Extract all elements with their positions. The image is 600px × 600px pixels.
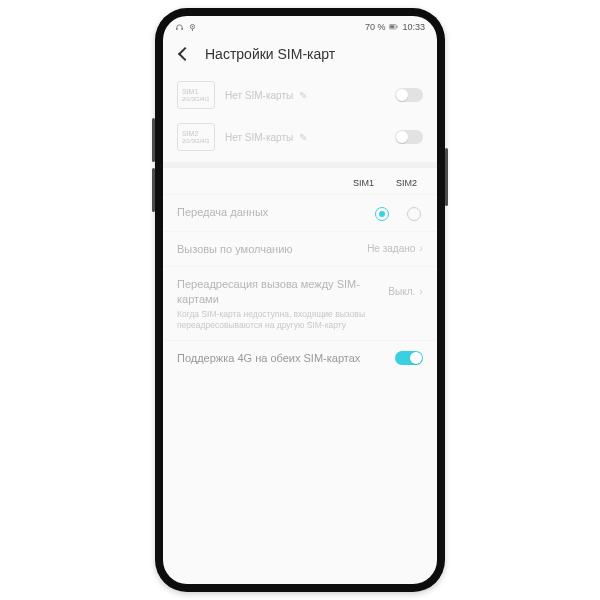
- svg-rect-5: [397, 26, 398, 28]
- svg-rect-0: [176, 27, 177, 29]
- dual4g-label: Поддержка 4G на обеих SIM-картах: [177, 351, 387, 365]
- power-button[interactable]: [445, 148, 448, 206]
- calls-label: Вызовы по умолчанию: [177, 242, 359, 256]
- sim-slot-1[interactable]: SIM1 2G/3G/4G Нет SIM-карты ✎: [163, 74, 437, 116]
- status-bar: 70 % 10:33: [163, 16, 437, 38]
- location-icon: [188, 23, 197, 32]
- volume-down-button[interactable]: [152, 168, 155, 212]
- col-sim2: SIM2: [396, 178, 417, 188]
- page-header: Настройки SIM-карт: [163, 38, 437, 74]
- row-data-transfer[interactable]: Передача данных: [163, 194, 437, 231]
- battery-icon: [389, 23, 398, 32]
- row-default-calls[interactable]: Вызовы по умолчанию Не задано ›: [163, 231, 437, 266]
- sim-slot-2[interactable]: SIM2 2G/3G/4G Нет SIM-карты ✎: [163, 116, 437, 158]
- row-call-forwarding[interactable]: Переадресация вызова между SIM-картами К…: [163, 266, 437, 340]
- sim-chip-icon: SIM2 2G/3G/4G: [177, 123, 215, 151]
- col-sim1: SIM1: [353, 178, 374, 188]
- screen: 70 % 10:33 Настройки SIM-карт SIM1 2G/3G…: [163, 16, 437, 584]
- sim-column-headers: SIM1 SIM2: [163, 168, 437, 194]
- fwd-value: Выкл.: [388, 286, 415, 297]
- calls-value: Не задано: [367, 243, 415, 254]
- data-label: Передача данных: [177, 205, 367, 219]
- sim2-status: Нет SIM-карты: [225, 132, 293, 143]
- data-sim1-radio[interactable]: [375, 207, 389, 221]
- edit-icon[interactable]: ✎: [299, 90, 307, 101]
- svg-point-3: [192, 25, 194, 27]
- dual4g-toggle[interactable]: [395, 351, 423, 365]
- svg-rect-1: [181, 27, 182, 29]
- page-title: Настройки SIM-карт: [205, 46, 335, 62]
- sim1-toggle[interactable]: [395, 88, 423, 102]
- headset-icon: [175, 23, 184, 32]
- row-dual-4g[interactable]: Поддержка 4G на обеих SIM-картах: [163, 340, 437, 375]
- chevron-right-icon: ›: [419, 285, 423, 297]
- sim-chip-icon: SIM1 2G/3G/4G: [177, 81, 215, 109]
- data-sim2-radio[interactable]: [407, 207, 421, 221]
- battery-text: 70 %: [365, 22, 386, 32]
- chevron-right-icon: ›: [419, 242, 423, 254]
- svg-rect-6: [391, 25, 395, 28]
- sim2-toggle[interactable]: [395, 130, 423, 144]
- clock-text: 10:33: [402, 22, 425, 32]
- sim1-status: Нет SIM-карты: [225, 90, 293, 101]
- fwd-label: Переадресация вызова между SIM-картами: [177, 277, 380, 306]
- phone-frame: 70 % 10:33 Настройки SIM-карт SIM1 2G/3G…: [155, 8, 445, 592]
- fwd-sub: Когда SIM-карта недоступна, входящие выз…: [177, 309, 367, 330]
- back-icon[interactable]: [177, 46, 193, 62]
- edit-icon[interactable]: ✎: [299, 132, 307, 143]
- volume-up-button[interactable]: [152, 118, 155, 162]
